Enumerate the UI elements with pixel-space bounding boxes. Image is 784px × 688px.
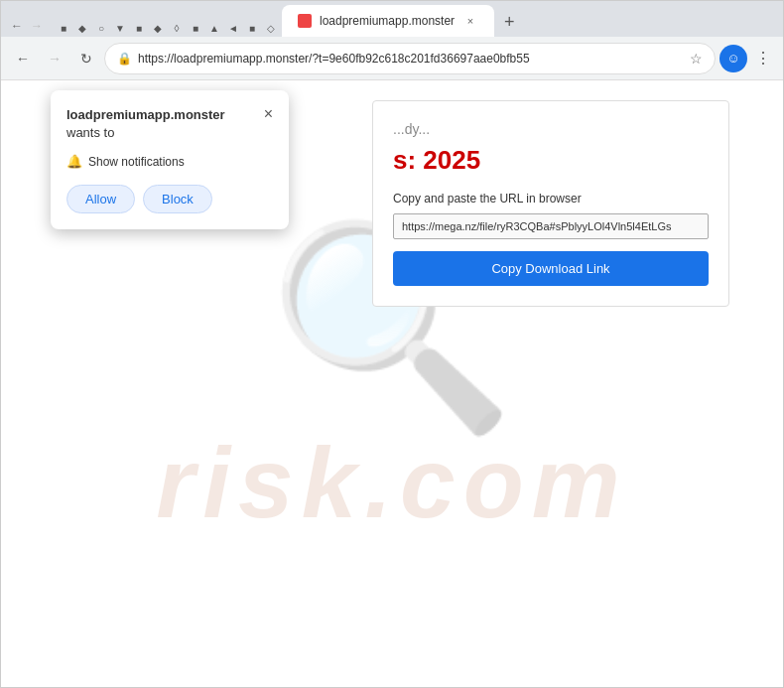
- address-input[interactable]: [138, 52, 684, 66]
- popup-header: loadpremiumapp.monster wants to ×: [66, 106, 273, 142]
- year-text: s: 2025: [393, 145, 709, 176]
- popup-buttons: Allow Block: [66, 185, 273, 213]
- block-button[interactable]: Block: [143, 185, 212, 213]
- ext-icon-1[interactable]: ■: [55, 19, 72, 37]
- tab-bar: ← → ■ ◆ ○ ▼ ■ ◆ ◊ ■ ▲ ◄ ■ ◇ loadpremiuma…: [1, 1, 783, 37]
- more-options-button[interactable]: ⋮: [751, 45, 775, 71]
- ext-icon-7[interactable]: ◊: [168, 19, 186, 37]
- allow-button[interactable]: Allow: [66, 185, 135, 213]
- popup-title-bold: loadpremiumapp.monster: [66, 107, 225, 122]
- popup-title-suffix: wants to: [66, 125, 114, 140]
- tab-back-btn[interactable]: ←: [9, 19, 25, 33]
- reload-button[interactable]: ↻: [72, 45, 100, 72]
- profile-button[interactable]: ☺: [719, 45, 747, 72]
- ext-icon-3[interactable]: ○: [92, 19, 110, 37]
- loading-text: ...dy...: [393, 121, 709, 137]
- copy-download-link-button[interactable]: Copy Download Link: [393, 251, 709, 286]
- ext-icon-12[interactable]: ◇: [262, 19, 280, 37]
- address-bar-wrapper: 🔒 ☆: [104, 43, 716, 74]
- bookmark-icon[interactable]: ☆: [690, 51, 703, 67]
- tab-controls-left: ← →: [9, 19, 45, 37]
- bell-icon: 🔔: [66, 154, 82, 169]
- page-content: 🔍 risk.com ...dy... s: 2025 Copy and pas…: [1, 80, 783, 687]
- watermark-text: risk.com: [156, 426, 627, 540]
- back-button[interactable]: ←: [9, 45, 37, 72]
- tab-title: loadpremiumapp.monster: [320, 14, 455, 28]
- popup-title: loadpremiumapp.monster wants to: [66, 106, 256, 142]
- popup-close-button[interactable]: ×: [264, 106, 273, 122]
- tab-forward-btn: →: [29, 19, 45, 33]
- ext-icon-8[interactable]: ■: [187, 19, 204, 37]
- ext-icon-5[interactable]: ■: [130, 19, 148, 37]
- notification-popup: loadpremiumapp.monster wants to × 🔔 Show…: [51, 90, 289, 229]
- active-tab[interactable]: loadpremiumapp.monster ×: [282, 5, 494, 37]
- extensions-bar: ■ ◆ ○ ▼ ■ ◆ ◊ ■ ▲ ◄ ■ ◇: [55, 19, 280, 37]
- tab-close-button[interactable]: ×: [462, 13, 478, 29]
- new-tab-button[interactable]: +: [496, 9, 523, 35]
- ext-icon-2[interactable]: ◆: [73, 19, 91, 37]
- show-notifications-label: Show notifications: [88, 155, 185, 169]
- ext-icon-9[interactable]: ▲: [205, 19, 223, 37]
- ext-icon-10[interactable]: ◄: [224, 19, 242, 37]
- ext-icon-6[interactable]: ◆: [149, 19, 167, 37]
- download-box: ...dy... s: 2025 Copy and paste the URL …: [372, 100, 729, 307]
- url-label: Copy and paste the URL in browser: [393, 192, 709, 206]
- forward-button[interactable]: →: [41, 45, 68, 72]
- lock-icon: 🔒: [117, 52, 132, 66]
- navigation-bar: ← → ↻ 🔒 ☆ ☺ ⋮: [1, 37, 783, 80]
- download-url-input[interactable]: [393, 213, 709, 239]
- tab-favicon: [298, 14, 312, 28]
- ext-icon-11[interactable]: ■: [243, 19, 261, 37]
- ext-icon-4[interactable]: ▼: [111, 19, 129, 37]
- browser-window: ← → ■ ◆ ○ ▼ ■ ◆ ◊ ■ ▲ ◄ ■ ◇ loadpremiuma…: [0, 0, 784, 688]
- show-notifications-row: 🔔 Show notifications: [66, 154, 273, 169]
